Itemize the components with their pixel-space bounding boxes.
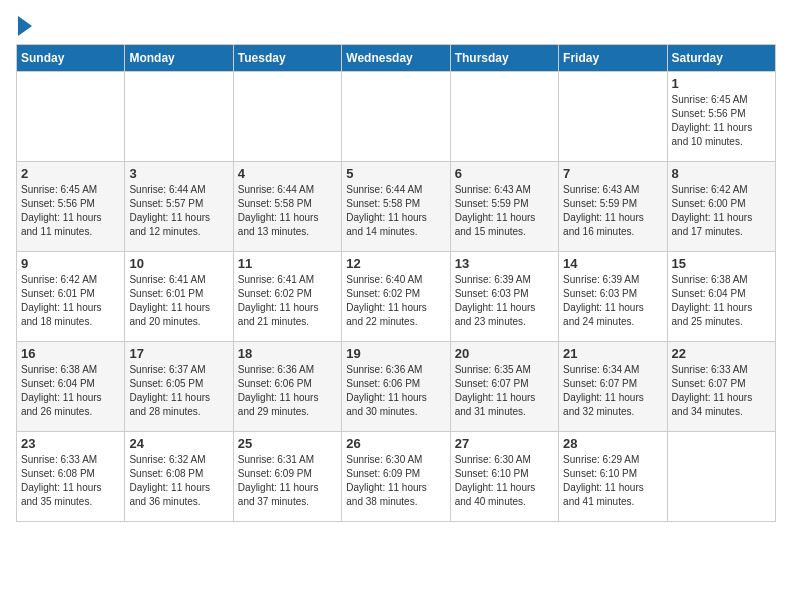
- day-info: Sunrise: 6:33 AM Sunset: 6:08 PM Dayligh…: [21, 453, 120, 509]
- day-number: 9: [21, 256, 120, 271]
- calendar-cell: 11Sunrise: 6:41 AM Sunset: 6:02 PM Dayli…: [233, 252, 341, 342]
- day-info: Sunrise: 6:42 AM Sunset: 6:00 PM Dayligh…: [672, 183, 771, 239]
- calendar-cell: 22Sunrise: 6:33 AM Sunset: 6:07 PM Dayli…: [667, 342, 775, 432]
- day-number: 5: [346, 166, 445, 181]
- calendar-cell: [559, 72, 667, 162]
- calendar-cell: 13Sunrise: 6:39 AM Sunset: 6:03 PM Dayli…: [450, 252, 558, 342]
- day-number: 11: [238, 256, 337, 271]
- day-number: 24: [129, 436, 228, 451]
- calendar-cell: 12Sunrise: 6:40 AM Sunset: 6:02 PM Dayli…: [342, 252, 450, 342]
- calendar-cell: 15Sunrise: 6:38 AM Sunset: 6:04 PM Dayli…: [667, 252, 775, 342]
- weekday-header: Sunday: [17, 45, 125, 72]
- day-info: Sunrise: 6:30 AM Sunset: 6:09 PM Dayligh…: [346, 453, 445, 509]
- day-number: 28: [563, 436, 662, 451]
- calendar-cell: 6Sunrise: 6:43 AM Sunset: 5:59 PM Daylig…: [450, 162, 558, 252]
- day-info: Sunrise: 6:43 AM Sunset: 5:59 PM Dayligh…: [455, 183, 554, 239]
- calendar-cell: 3Sunrise: 6:44 AM Sunset: 5:57 PM Daylig…: [125, 162, 233, 252]
- day-number: 19: [346, 346, 445, 361]
- logo-arrow-icon: [18, 16, 32, 36]
- day-info: Sunrise: 6:32 AM Sunset: 6:08 PM Dayligh…: [129, 453, 228, 509]
- day-info: Sunrise: 6:41 AM Sunset: 6:01 PM Dayligh…: [129, 273, 228, 329]
- day-info: Sunrise: 6:38 AM Sunset: 6:04 PM Dayligh…: [672, 273, 771, 329]
- calendar-cell: [125, 72, 233, 162]
- calendar-cell: 20Sunrise: 6:35 AM Sunset: 6:07 PM Dayli…: [450, 342, 558, 432]
- day-info: Sunrise: 6:36 AM Sunset: 6:06 PM Dayligh…: [346, 363, 445, 419]
- calendar-cell: 27Sunrise: 6:30 AM Sunset: 6:10 PM Dayli…: [450, 432, 558, 522]
- logo: [16, 16, 32, 36]
- calendar-week-row: 23Sunrise: 6:33 AM Sunset: 6:08 PM Dayli…: [17, 432, 776, 522]
- weekday-header: Tuesday: [233, 45, 341, 72]
- day-number: 17: [129, 346, 228, 361]
- day-number: 18: [238, 346, 337, 361]
- day-info: Sunrise: 6:38 AM Sunset: 6:04 PM Dayligh…: [21, 363, 120, 419]
- day-info: Sunrise: 6:45 AM Sunset: 5:56 PM Dayligh…: [672, 93, 771, 149]
- calendar-cell: 18Sunrise: 6:36 AM Sunset: 6:06 PM Dayli…: [233, 342, 341, 432]
- day-info: Sunrise: 6:45 AM Sunset: 5:56 PM Dayligh…: [21, 183, 120, 239]
- calendar-cell: 23Sunrise: 6:33 AM Sunset: 6:08 PM Dayli…: [17, 432, 125, 522]
- calendar-week-row: 2Sunrise: 6:45 AM Sunset: 5:56 PM Daylig…: [17, 162, 776, 252]
- day-number: 21: [563, 346, 662, 361]
- day-number: 26: [346, 436, 445, 451]
- calendar-cell: [342, 72, 450, 162]
- page-header: [16, 16, 776, 36]
- weekday-header: Monday: [125, 45, 233, 72]
- calendar-week-row: 16Sunrise: 6:38 AM Sunset: 6:04 PM Dayli…: [17, 342, 776, 432]
- calendar-cell: 26Sunrise: 6:30 AM Sunset: 6:09 PM Dayli…: [342, 432, 450, 522]
- day-number: 14: [563, 256, 662, 271]
- day-number: 22: [672, 346, 771, 361]
- weekday-header: Wednesday: [342, 45, 450, 72]
- day-number: 23: [21, 436, 120, 451]
- calendar-cell: 9Sunrise: 6:42 AM Sunset: 6:01 PM Daylig…: [17, 252, 125, 342]
- weekday-header: Thursday: [450, 45, 558, 72]
- calendar-week-row: 1Sunrise: 6:45 AM Sunset: 5:56 PM Daylig…: [17, 72, 776, 162]
- day-number: 27: [455, 436, 554, 451]
- day-info: Sunrise: 6:42 AM Sunset: 6:01 PM Dayligh…: [21, 273, 120, 329]
- calendar-cell: 17Sunrise: 6:37 AM Sunset: 6:05 PM Dayli…: [125, 342, 233, 432]
- day-number: 13: [455, 256, 554, 271]
- day-info: Sunrise: 6:36 AM Sunset: 6:06 PM Dayligh…: [238, 363, 337, 419]
- calendar-cell: 16Sunrise: 6:38 AM Sunset: 6:04 PM Dayli…: [17, 342, 125, 432]
- calendar-cell: [450, 72, 558, 162]
- day-info: Sunrise: 6:40 AM Sunset: 6:02 PM Dayligh…: [346, 273, 445, 329]
- day-number: 16: [21, 346, 120, 361]
- day-number: 2: [21, 166, 120, 181]
- day-info: Sunrise: 6:43 AM Sunset: 5:59 PM Dayligh…: [563, 183, 662, 239]
- calendar-cell: 4Sunrise: 6:44 AM Sunset: 5:58 PM Daylig…: [233, 162, 341, 252]
- calendar-cell: 1Sunrise: 6:45 AM Sunset: 5:56 PM Daylig…: [667, 72, 775, 162]
- day-number: 20: [455, 346, 554, 361]
- day-info: Sunrise: 6:44 AM Sunset: 5:58 PM Dayligh…: [238, 183, 337, 239]
- calendar-cell: [17, 72, 125, 162]
- calendar-week-row: 9Sunrise: 6:42 AM Sunset: 6:01 PM Daylig…: [17, 252, 776, 342]
- day-number: 8: [672, 166, 771, 181]
- day-info: Sunrise: 6:37 AM Sunset: 6:05 PM Dayligh…: [129, 363, 228, 419]
- day-number: 25: [238, 436, 337, 451]
- weekday-header: Saturday: [667, 45, 775, 72]
- calendar-cell: 2Sunrise: 6:45 AM Sunset: 5:56 PM Daylig…: [17, 162, 125, 252]
- day-number: 10: [129, 256, 228, 271]
- calendar-cell: 8Sunrise: 6:42 AM Sunset: 6:00 PM Daylig…: [667, 162, 775, 252]
- day-number: 7: [563, 166, 662, 181]
- day-info: Sunrise: 6:29 AM Sunset: 6:10 PM Dayligh…: [563, 453, 662, 509]
- calendar-table: SundayMondayTuesdayWednesdayThursdayFrid…: [16, 44, 776, 522]
- calendar-cell: 5Sunrise: 6:44 AM Sunset: 5:58 PM Daylig…: [342, 162, 450, 252]
- day-info: Sunrise: 6:35 AM Sunset: 6:07 PM Dayligh…: [455, 363, 554, 419]
- day-info: Sunrise: 6:41 AM Sunset: 6:02 PM Dayligh…: [238, 273, 337, 329]
- day-number: 15: [672, 256, 771, 271]
- day-number: 12: [346, 256, 445, 271]
- calendar-cell: 10Sunrise: 6:41 AM Sunset: 6:01 PM Dayli…: [125, 252, 233, 342]
- day-info: Sunrise: 6:44 AM Sunset: 5:57 PM Dayligh…: [129, 183, 228, 239]
- calendar-cell: 21Sunrise: 6:34 AM Sunset: 6:07 PM Dayli…: [559, 342, 667, 432]
- day-number: 3: [129, 166, 228, 181]
- day-info: Sunrise: 6:30 AM Sunset: 6:10 PM Dayligh…: [455, 453, 554, 509]
- weekday-header: Friday: [559, 45, 667, 72]
- day-number: 1: [672, 76, 771, 91]
- logo-text: [16, 16, 32, 36]
- calendar-header-row: SundayMondayTuesdayWednesdayThursdayFrid…: [17, 45, 776, 72]
- calendar-cell: [233, 72, 341, 162]
- calendar-cell: [667, 432, 775, 522]
- day-info: Sunrise: 6:33 AM Sunset: 6:07 PM Dayligh…: [672, 363, 771, 419]
- calendar-cell: 7Sunrise: 6:43 AM Sunset: 5:59 PM Daylig…: [559, 162, 667, 252]
- day-info: Sunrise: 6:44 AM Sunset: 5:58 PM Dayligh…: [346, 183, 445, 239]
- day-info: Sunrise: 6:34 AM Sunset: 6:07 PM Dayligh…: [563, 363, 662, 419]
- day-info: Sunrise: 6:39 AM Sunset: 6:03 PM Dayligh…: [563, 273, 662, 329]
